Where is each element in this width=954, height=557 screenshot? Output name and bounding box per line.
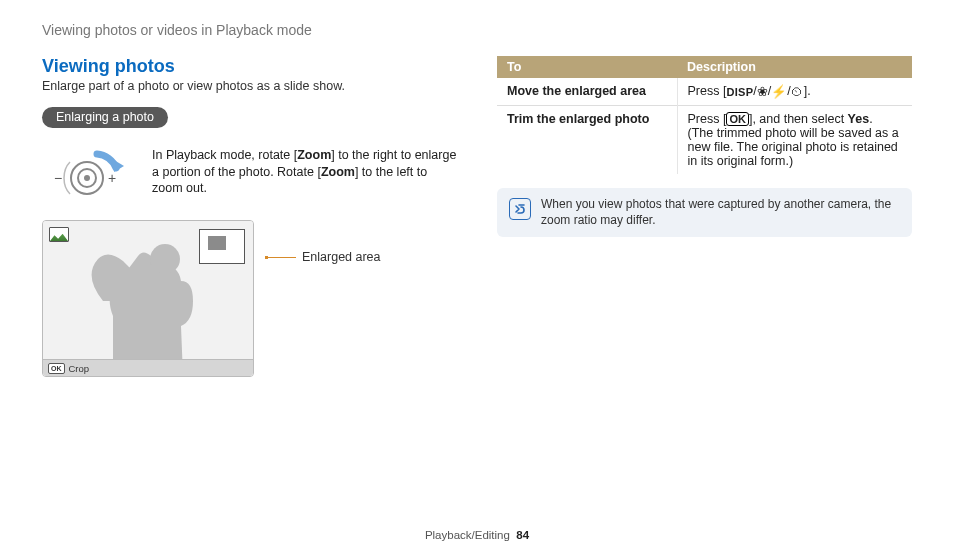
row-desc: Press [DISP/❀/⚡/⏲].: [677, 78, 912, 106]
note-icon: [509, 198, 531, 220]
enlarged-area-callout: Enlarged area: [266, 250, 381, 264]
section-heading: Viewing photos: [42, 56, 457, 77]
navigator-viewport: [208, 236, 226, 250]
leader-line: [266, 257, 296, 258]
lcd-preview: OK Crop: [42, 220, 254, 377]
intro-text: Enlarge part of a photo or view photos a…: [42, 79, 457, 93]
navigator-box: [199, 229, 245, 264]
flash-icon: ⚡: [771, 84, 787, 99]
ok-key-icon: OK: [48, 363, 65, 374]
enlarged-area-label: Enlarged area: [302, 250, 381, 264]
breadcrumb: Viewing photos or videos in Playback mod…: [42, 22, 912, 38]
row-desc: Press [OK], and then select Yes. (The tr…: [677, 106, 912, 175]
th-description: Description: [677, 56, 912, 78]
crop-bar: OK Crop: [43, 359, 253, 376]
svg-point-2: [84, 175, 90, 181]
footer-page-number: 84: [516, 529, 529, 541]
disp-key-icon: DISP: [726, 86, 753, 98]
subsection-pill: Enlarging a photo: [42, 107, 168, 128]
timer-icon: ⏲: [791, 85, 804, 99]
th-to: To: [497, 56, 677, 78]
zoom-dial-illustration: − +: [42, 144, 142, 200]
row-to: Trim the enlarged photo: [497, 106, 677, 175]
svg-point-5: [150, 244, 180, 274]
table-row: Trim the enlarged photo Press [OK], and …: [497, 106, 912, 175]
actions-table: To Description Move the enlarged area Pr…: [497, 56, 912, 174]
macro-flower-icon: ❀: [757, 84, 768, 99]
page-footer: Playback/Editing 84: [0, 529, 954, 541]
footer-section: Playback/Editing: [425, 529, 510, 541]
crop-label: Crop: [69, 363, 90, 374]
table-row: Move the enlarged area Press [DISP/❀/⚡/⏲…: [497, 78, 912, 106]
minus-sign: −: [54, 170, 62, 186]
note-callout: When you view photos that were captured …: [497, 188, 912, 236]
row-to: Move the enlarged area: [497, 78, 677, 106]
zoom-instruction: In Playback mode, rotate [Zoom] to the r…: [152, 147, 457, 198]
thumbnail-icon: [49, 227, 69, 242]
note-text: When you view photos that were captured …: [541, 196, 900, 228]
ok-key-icon: OK: [726, 112, 749, 126]
plus-sign: +: [108, 170, 116, 186]
